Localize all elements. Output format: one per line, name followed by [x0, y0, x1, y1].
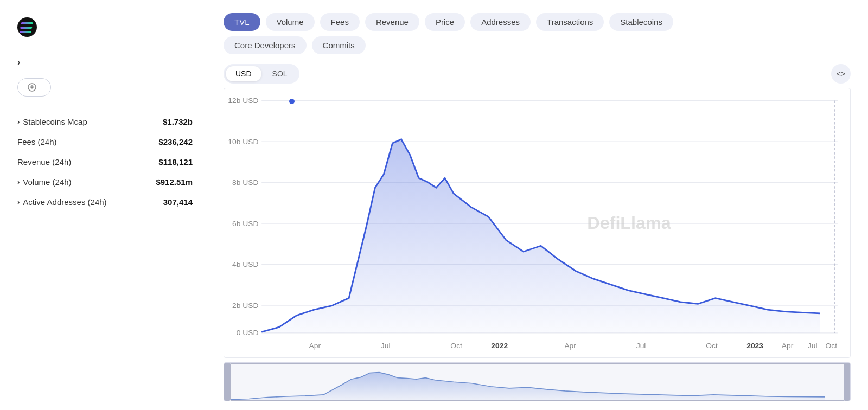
svg-text:2023: 2023	[746, 342, 763, 350]
solana-logo-icon	[17, 17, 37, 37]
stat-label-0: › Stablecoins Mcap	[17, 117, 87, 126]
stats-list: › Stablecoins Mcap $1.732b Fees (24h) $2…	[17, 112, 193, 212]
tabs-row1: TVLVolumeFeesRevenuePriceAddressesTransa…	[224, 13, 851, 31]
minimap[interactable]	[224, 362, 851, 401]
tab-core_devs[interactable]: Core Developers	[224, 36, 307, 54]
tooltip-metric-row	[289, 97, 307, 105]
stat-label-text: Revenue (24h)	[17, 157, 71, 166]
main-content: TVLVolumeFeesRevenuePriceAddressesTransa…	[206, 0, 868, 410]
stat-value-4: 307,414	[163, 197, 193, 207]
tabs-row2: Core DevelopersCommits	[224, 36, 851, 54]
sidebar: › › Stablecoins Mcap $1.732b Fees (24h) …	[0, 0, 206, 410]
svg-text:Oct: Oct	[450, 342, 462, 350]
tab-tvl[interactable]: TVL	[224, 13, 260, 31]
chevron-icon: ›	[17, 198, 20, 206]
watermark-text: DefiLlama	[587, 214, 671, 233]
tvl-chevron-icon: ›	[17, 57, 20, 67]
svg-text:Apr: Apr	[564, 342, 576, 350]
svg-text:Jul: Jul	[808, 342, 818, 350]
svg-text:Jul: Jul	[381, 342, 391, 350]
embed-icon: <>	[837, 69, 845, 78]
stat-label-4: › Active Addresses (24h)	[17, 197, 107, 207]
tab-volume[interactable]: Volume	[266, 13, 315, 31]
minimap-handle-left[interactable]	[224, 363, 231, 401]
svg-text:2b USD: 2b USD	[232, 302, 259, 310]
tab-price[interactable]: Price	[425, 13, 465, 31]
svg-text:Apr: Apr	[309, 342, 321, 350]
chevron-icon: ›	[17, 118, 20, 126]
stat-row: Revenue (24h) $118,121	[17, 152, 193, 172]
chevron-icon: ›	[17, 178, 20, 186]
stat-label-text: Volume (24h)	[23, 177, 71, 187]
tab-revenue[interactable]: Revenue	[365, 13, 419, 31]
stat-value-2: $118,121	[158, 157, 193, 166]
svg-text:2022: 2022	[491, 342, 508, 350]
currency-embed-row: USDSOL <>	[224, 64, 851, 84]
currency-tab-sol[interactable]: SOL	[263, 66, 297, 81]
stat-label-text: Active Addresses (24h)	[23, 197, 106, 207]
stat-label-3: › Volume (24h)	[17, 177, 72, 187]
tab-commits[interactable]: Commits	[312, 36, 366, 54]
svg-text:Jul: Jul	[636, 342, 646, 350]
chart-container: DefiLlama Apr Jul Oct 2022 Apr Jul Oct 2…	[224, 88, 851, 358]
svg-text:10b USD: 10b USD	[228, 138, 258, 146]
svg-rect-3	[19, 31, 31, 33]
svg-text:Apr: Apr	[782, 342, 794, 350]
minimap-inner	[231, 363, 844, 401]
svg-text:0 USD: 0 USD	[237, 329, 259, 337]
tvl-chart: DefiLlama Apr Jul Oct 2022 Apr Jul Oct 2…	[224, 88, 850, 357]
stat-label-text: Stablecoins Mcap	[23, 117, 87, 126]
stat-label-1: Fees (24h)	[17, 137, 57, 146]
chart-tooltip	[289, 95, 307, 105]
svg-text:Oct: Oct	[826, 342, 838, 350]
tab-addresses[interactable]: Addresses	[470, 13, 531, 31]
currency-tabs: USDSOL	[224, 64, 299, 84]
svg-text:6b USD: 6b USD	[232, 220, 259, 228]
stat-label-text: Fees (24h)	[17, 137, 57, 146]
currency-tab-usd[interactable]: USD	[226, 66, 261, 81]
brand	[17, 17, 193, 37]
embed-button[interactable]: <>	[831, 64, 851, 84]
download-icon	[28, 83, 36, 92]
svg-rect-2	[20, 27, 33, 29]
minimap-handle-right[interactable]	[844, 363, 850, 401]
svg-text:Oct: Oct	[706, 342, 718, 350]
tab-fees[interactable]: Fees	[320, 13, 360, 31]
tab-transactions[interactable]: Transactions	[536, 13, 604, 31]
svg-text:4b USD: 4b USD	[232, 260, 259, 268]
stat-value-3: $912.51m	[156, 177, 193, 187]
stat-value-0: $1.732b	[163, 117, 193, 126]
stat-label-2: Revenue (24h)	[17, 157, 71, 166]
stat-row[interactable]: › Active Addresses (24h) 307,414	[17, 192, 193, 212]
minimap-chart	[231, 364, 844, 400]
stat-value-1: $236,242	[158, 137, 193, 146]
tvl-value-row: ›	[17, 57, 193, 67]
svg-text:12b USD: 12b USD	[228, 97, 258, 105]
stat-row: Fees (24h) $236,242	[17, 132, 193, 152]
svg-rect-1	[21, 22, 33, 24]
csv-download-button[interactable]	[17, 78, 51, 97]
tab-stablecoins[interactable]: Stablecoins	[609, 13, 673, 31]
stat-row[interactable]: › Volume (24h) $912.51m	[17, 172, 193, 192]
stat-row[interactable]: › Stablecoins Mcap $1.732b	[17, 112, 193, 132]
tooltip-dot-icon	[289, 99, 295, 104]
svg-text:8b USD: 8b USD	[232, 178, 259, 187]
